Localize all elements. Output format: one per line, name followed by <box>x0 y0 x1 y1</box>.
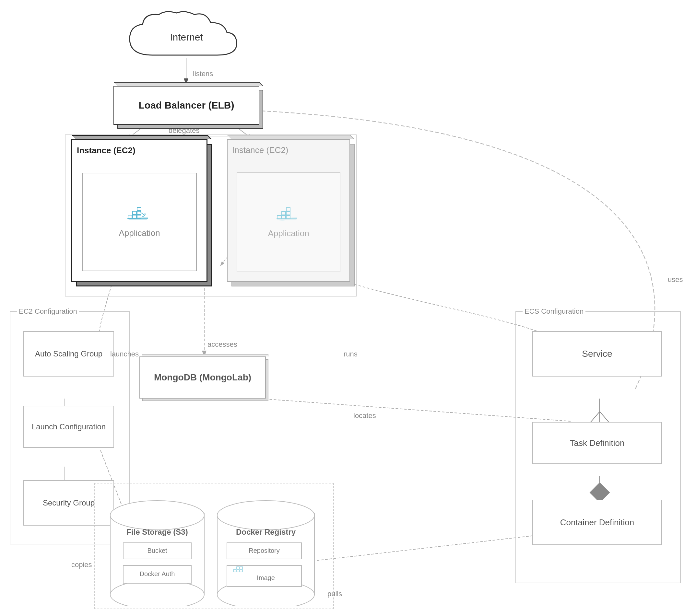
container-def-box: Container Definition <box>532 500 662 545</box>
internet-cloud: Internet <box>120 10 253 65</box>
runs-label: runs <box>344 350 358 358</box>
auto-scaling-box: Auto Scaling Group <box>23 331 114 376</box>
ecs-config-label: ECS Configuration <box>523 307 585 315</box>
load-balancer-label: Load Balancer (ELB) <box>139 100 234 111</box>
instance1-label: Instance (EC2) <box>72 140 206 156</box>
docker-icon-1 <box>126 206 152 226</box>
listens-label: listens <box>193 70 213 78</box>
instance1-container: Instance (EC2) Application <box>71 139 207 282</box>
ecs-config-section: ECS Configuration Service Task Definitio… <box>516 311 681 583</box>
mongodb-box: MongoDB (MongoLab) <box>139 356 266 399</box>
instance2-label: Instance (EC2) <box>227 140 349 155</box>
accesses-label: accesses <box>207 340 237 348</box>
instance2-app-label: Application <box>268 228 309 239</box>
svg-rect-41 <box>286 208 290 211</box>
load-balancer-box: Load Balancer (ELB) <box>113 86 259 125</box>
container-def-label: Container Definition <box>560 518 634 528</box>
copies-label: copies <box>71 561 92 569</box>
security-group-label: Security Group <box>43 498 95 507</box>
svg-rect-34 <box>137 207 141 211</box>
uses-label: uses <box>668 275 683 284</box>
service-label: Service <box>582 348 612 359</box>
svg-text:Internet: Internet <box>170 32 203 43</box>
docker-icon-2 <box>275 207 301 226</box>
locates-label: locates <box>353 411 376 420</box>
svg-rect-32 <box>132 211 137 214</box>
svg-rect-29 <box>128 215 132 218</box>
svg-rect-39 <box>282 212 286 215</box>
svg-rect-40 <box>286 212 290 215</box>
task-definition-label: Task Definition <box>570 438 624 448</box>
instance1-app-label: Application <box>118 228 160 238</box>
svg-rect-36 <box>277 215 281 219</box>
task-definition-box: Task Definition <box>532 422 662 464</box>
launch-config-label: Launch Configuration <box>32 422 106 431</box>
launch-config-box: Launch Configuration <box>23 406 114 448</box>
mongodb-label: MongoDB (MongoLab) <box>154 372 251 383</box>
instance2-container: Instance (EC2) Application <box>227 139 350 282</box>
auto-scaling-label: Auto Scaling Group <box>35 349 102 358</box>
service-box: Service <box>532 331 662 376</box>
launches-label: launches <box>110 350 139 358</box>
storage-dashed-box <box>94 483 334 609</box>
diagram: Internet listens Load Balancer (ELB) ECS… <box>0 0 696 616</box>
ec2-config-label: EC2 Configuration <box>17 307 79 315</box>
